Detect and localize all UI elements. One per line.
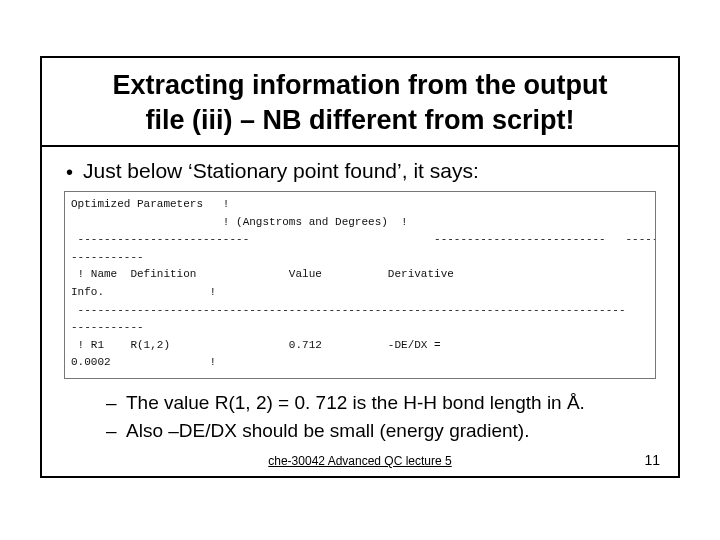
mono-line-1: Optimized Parameters ! xyxy=(71,198,229,210)
title-line-2: file (iii) – NB different from script! xyxy=(145,105,574,135)
title-line-1: Extracting information from the output xyxy=(113,70,608,100)
bullet-item-1: • Just below ‘Stationary point found’, i… xyxy=(64,159,662,185)
slide-footer: che-30042 Advanced QC lecture 5 xyxy=(42,454,678,468)
slide-title: Extracting information from the output f… xyxy=(42,58,678,147)
dash-icon: – xyxy=(106,417,118,445)
slide-body: • Just below ‘Stationary point found’, i… xyxy=(42,147,678,450)
bullet-dot-icon: • xyxy=(64,159,73,185)
mono-line-9: ! R1 R(1,2) 0.712 -DE/DX = xyxy=(71,339,441,351)
mono-line-8: ----------- xyxy=(71,321,144,333)
bullet-text-1: Just below ‘Stationary point found’, it … xyxy=(83,159,479,183)
sub-bullet-1: – The value R(1, 2) = 0. 712 is the H-H … xyxy=(106,389,662,417)
page-number: 11 xyxy=(644,452,660,468)
output-text-block: Optimized Parameters ! ! (Angstroms and … xyxy=(64,191,656,379)
mono-line-5: ! Name Definition Value Derivative xyxy=(71,268,454,280)
mono-line-6: Info. ! xyxy=(71,286,216,298)
mono-line-10: 0.0002 ! xyxy=(71,356,216,368)
slide-frame: Extracting information from the output f… xyxy=(40,56,680,478)
sub-bullet-2: – Also –DE/DX should be small (energy gr… xyxy=(106,417,662,445)
dash-icon: – xyxy=(106,389,118,417)
mono-line-7: ----------------------------------------… xyxy=(71,304,626,316)
sub-bullet-list: – The value R(1, 2) = 0. 712 is the H-H … xyxy=(106,389,662,444)
mono-line-2: ! (Angstroms and Degrees) ! xyxy=(71,216,408,228)
sub-text-2: Also –DE/DX should be small (energy grad… xyxy=(126,417,529,445)
mono-line-3: -------------------------- -------------… xyxy=(71,233,656,245)
sub-text-1: The value R(1, 2) = 0. 712 is the H-H bo… xyxy=(126,389,585,417)
mono-line-4: ----------- xyxy=(71,251,144,263)
footer-text: che-30042 Advanced QC lecture 5 xyxy=(268,454,451,468)
